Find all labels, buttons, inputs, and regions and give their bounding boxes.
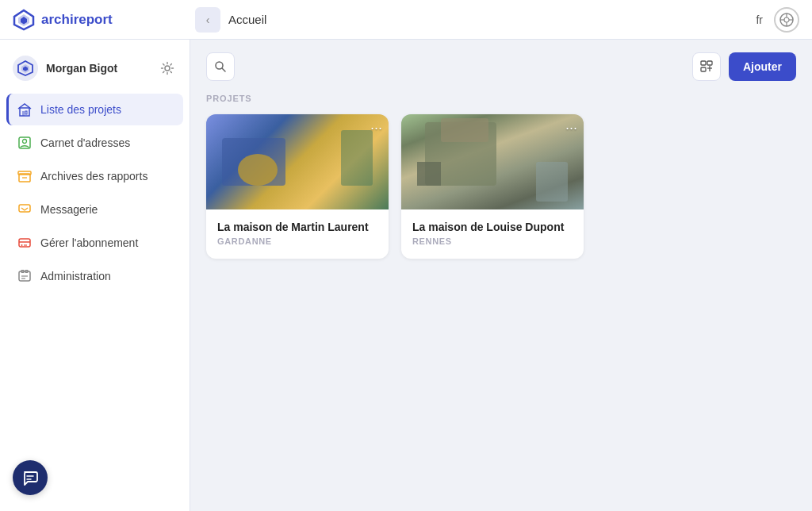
svg-point-4 <box>784 17 789 22</box>
section-label: PROJETS <box>206 94 796 103</box>
add-project-button[interactable]: Ajouter <box>729 52 796 81</box>
breadcrumb: Accueil <box>228 13 266 26</box>
svg-line-34 <box>222 68 225 71</box>
project-card-header-1: ··· <box>206 114 389 209</box>
subscription-icon <box>17 235 33 251</box>
view-toggle-button[interactable] <box>692 52 721 81</box>
chat-button[interactable] <box>13 460 48 495</box>
sidebar-item-projects[interactable]: Liste des projets <box>6 94 183 125</box>
settings-icon-button[interactable] <box>158 59 177 78</box>
project-card-body-2: La maison de Louise Dupont RENNES <box>401 209 584 259</box>
project-card-header-2: ··· <box>401 114 584 209</box>
search-icon <box>214 60 227 73</box>
project-title-1: La maison de Martin Laurent <box>217 221 377 233</box>
back-button[interactable]: ‹ <box>195 7 220 33</box>
avatar <box>13 56 38 81</box>
project-thumbnail-2 <box>401 114 584 209</box>
project-menu-button-2[interactable]: ··· <box>565 121 577 135</box>
content-area: Ajouter PROJETS ··· La maison de Martin … <box>190 40 812 511</box>
svg-point-24 <box>21 244 23 246</box>
sidebar-item-label-archives: Archives des rapports <box>40 170 147 182</box>
language-selector[interactable]: fr <box>756 13 763 26</box>
archive-icon <box>17 168 33 184</box>
topbar-nav: ‹ Accueil <box>195 7 756 33</box>
svg-point-12 <box>165 66 170 71</box>
topbar-right: fr <box>756 7 799 33</box>
sidebar-item-label-admin: Administration <box>40 270 111 282</box>
user-info: Morgan Bigot <box>13 56 117 81</box>
subscription-nav-icon <box>17 236 32 250</box>
sidebar-item-label-messages: Messagerie <box>40 203 98 216</box>
help-button[interactable] <box>774 7 799 33</box>
chat-icon <box>21 469 39 486</box>
username: Morgan Bigot <box>46 62 117 75</box>
project-card-1[interactable]: ··· La maison de Martin Laurent GARDANNE <box>206 114 389 259</box>
svg-point-17 <box>23 140 27 144</box>
messages-nav-icon <box>17 202 32 217</box>
compass-icon <box>779 13 794 27</box>
sidebar-item-label-contacts: Carnet d'adresses <box>40 136 130 149</box>
project-thumbnail-1 <box>206 114 389 209</box>
project-location-1: GARDANNE <box>217 236 377 246</box>
project-location-2: RENNES <box>412 236 573 246</box>
project-card-2[interactable]: ··· La maison de Louise Dupont RENNES <box>401 114 584 259</box>
sidebar-item-contacts[interactable]: Carnet d'adresses <box>6 127 183 159</box>
sidebar-item-subscription[interactable]: Gérer l'abonnement <box>6 227 183 259</box>
sidebar-item-admin[interactable]: Administration <box>6 260 183 292</box>
svg-rect-19 <box>18 171 31 175</box>
project-card-body-1: La maison de Martin Laurent GARDANNE <box>206 209 389 259</box>
sidebar-item-archives[interactable]: Archives des rapports <box>6 160 183 192</box>
search-button[interactable] <box>206 52 235 81</box>
archives-nav-icon <box>17 169 32 183</box>
sidebar: Morgan Bigot Liste d <box>0 40 190 511</box>
app-name: archireport <box>41 12 113 28</box>
admin-icon <box>17 268 33 284</box>
avatar-icon <box>17 60 33 76</box>
topbar: archireport ‹ Accueil fr <box>0 0 812 40</box>
project-menu-button-1[interactable]: ··· <box>370 121 382 135</box>
contacts-icon <box>17 135 33 151</box>
svg-rect-37 <box>701 67 706 71</box>
sidebar-item-label-subscription: Gérer l'abonnement <box>40 236 138 249</box>
admin-nav-icon <box>17 269 32 283</box>
logo-icon <box>13 9 35 31</box>
gear-icon <box>160 61 174 75</box>
svg-rect-15 <box>25 111 27 114</box>
main-layout: Morgan Bigot Liste d <box>0 40 812 511</box>
projects-icon <box>17 102 32 117</box>
projects-grid: ··· La maison de Martin Laurent GARDANNE <box>206 114 796 259</box>
svg-rect-35 <box>701 61 706 65</box>
sidebar-user: Morgan Bigot <box>0 49 190 94</box>
sidebar-navigation: Liste des projets Carnet d'adresses <box>0 94 190 292</box>
logo: archireport <box>13 9 195 31</box>
content-toolbar: Ajouter <box>206 52 796 81</box>
project-title-2: La maison de Louise Dupont <box>412 221 573 233</box>
svg-rect-36 <box>707 61 712 65</box>
toolbar-right: Ajouter <box>692 52 796 81</box>
sidebar-item-messages[interactable]: Messagerie <box>6 194 183 225</box>
grid-view-icon <box>699 60 714 74</box>
svg-rect-14 <box>22 111 25 116</box>
contacts-nav-icon <box>17 136 32 150</box>
sidebar-item-label-projects: Liste des projets <box>40 103 121 116</box>
building-icon <box>17 102 33 117</box>
message-icon <box>17 202 33 217</box>
